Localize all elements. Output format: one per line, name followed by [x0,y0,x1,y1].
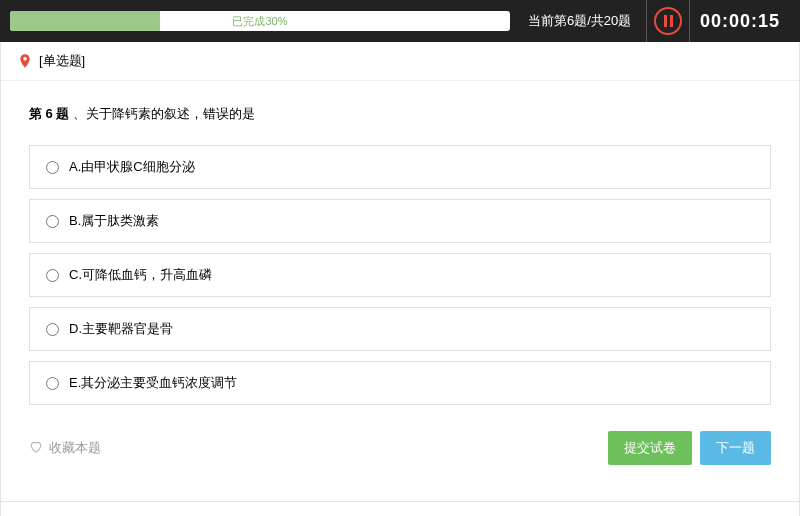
option-radio-c[interactable] [46,269,59,282]
heart-icon [29,440,43,457]
top-bar: 已完成30% 当前第6题/共20题 00:00:15 [0,0,800,42]
submit-button[interactable]: 提交试卷 [608,431,692,465]
question-type-row: [单选题] [1,42,799,81]
question-stem: 关于降钙素的叙述，错误的是 [86,106,255,121]
question-type-label: [单选题] [39,52,85,70]
option-text: B.属于肽类激素 [69,212,159,230]
question-number: 第 6 题 [29,106,69,121]
option-c[interactable]: C.可降低血钙，升高血磷 [29,253,771,297]
favorite-button[interactable]: 收藏本题 [29,439,101,457]
pause-button[interactable] [654,7,682,35]
question-container: [单选题] 第 6 题 、关于降钙素的叙述，错误的是 A.由甲状腺C细胞分泌B.… [0,42,800,516]
question-title: 第 6 题 、关于降钙素的叙述，错误的是 [29,105,771,123]
pin-icon [17,53,33,69]
next-button[interactable]: 下一题 [700,431,771,465]
expand-answer-card[interactable]: 展开答题卡 ▾ [1,501,799,516]
option-radio-a[interactable] [46,161,59,174]
favorite-label: 收藏本题 [49,439,101,457]
option-text: D.主要靶器官是骨 [69,320,173,338]
position-text: 当前第6题/共20题 [528,12,631,30]
option-text: A.由甲状腺C细胞分泌 [69,158,195,176]
pause-section [646,0,690,42]
option-b[interactable]: B.属于肽类激素 [29,199,771,243]
option-a[interactable]: A.由甲状腺C细胞分泌 [29,145,771,189]
option-e[interactable]: E.其分泌主要受血钙浓度调节 [29,361,771,405]
question-area: 第 6 题 、关于降钙素的叙述，错误的是 A.由甲状腺C细胞分泌B.属于肽类激素… [1,81,799,501]
timer: 00:00:15 [690,11,790,32]
option-text: E.其分泌主要受血钙浓度调节 [69,374,237,392]
option-d[interactable]: D.主要靶器官是骨 [29,307,771,351]
option-radio-e[interactable] [46,377,59,390]
progress-label: 已完成30% [10,11,510,31]
question-sep: 、 [69,106,86,121]
progress-bar: 已完成30% [10,11,510,31]
option-list: A.由甲状腺C细胞分泌B.属于肽类激素C.可降低血钙，升高血磷D.主要靶器官是骨… [29,145,771,405]
option-text: C.可降低血钙，升高血磷 [69,266,212,284]
option-radio-b[interactable] [46,215,59,228]
option-radio-d[interactable] [46,323,59,336]
action-row: 收藏本题 提交试卷 下一题 [29,415,771,485]
